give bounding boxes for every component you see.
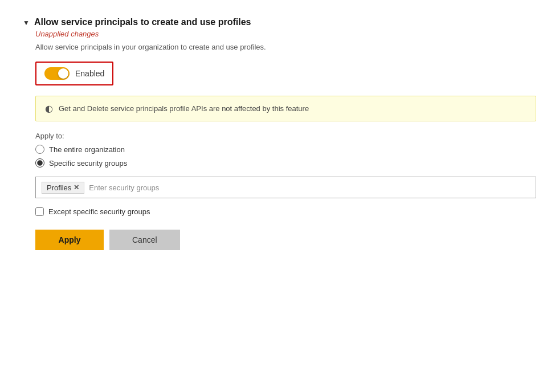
tag-remove-button[interactable]: ✕ [74,183,79,191]
tag-label: Profiles [47,183,71,192]
except-checkbox-label: Except specific security groups [48,207,150,216]
radio-group: The entire organization Specific securit… [35,145,536,168]
radio-entire-org-input[interactable] [35,145,44,154]
collapse-icon: ▼ [23,19,30,27]
section-description: Allow service principals in your organiz… [35,43,536,51]
toggle-thumb [58,68,68,79]
unapplied-changes-label: Unapplied changes [35,30,536,38]
apply-button[interactable]: Apply [35,230,104,250]
section-header: ▼ Allow service principals to create and… [23,17,536,27]
radio-entire-org[interactable]: The entire organization [35,145,536,154]
toggle-container[interactable]: Enabled [35,62,113,85]
button-row: Apply Cancel [35,230,536,250]
toggle-track [44,67,70,80]
apply-to-label: Apply to: [35,132,536,140]
except-checkbox-row[interactable]: Except specific security groups [35,207,536,216]
enabled-toggle[interactable] [44,67,70,80]
security-groups-placeholder: Enter security groups [89,183,530,192]
info-message: Get and Delete service principals profil… [59,104,309,113]
cancel-button[interactable]: Cancel [109,230,180,250]
except-checkbox-input[interactable] [35,207,44,216]
profiles-tag: Profiles ✕ [42,182,84,194]
info-box: ◐ Get and Delete service principals prof… [35,96,536,121]
radio-specific-groups[interactable]: Specific security groups [35,158,536,168]
section-container: ▼ Allow service principals to create and… [23,17,536,250]
radio-entire-org-label: The entire organization [49,145,125,154]
info-icon: ◐ [45,103,53,114]
security-groups-field[interactable]: Profiles ✕ Enter security groups [35,177,536,198]
radio-specific-groups-input[interactable] [35,158,44,168]
section-title: Allow service principals to create and u… [34,17,251,27]
radio-specific-groups-label: Specific security groups [49,159,127,168]
toggle-label: Enabled [75,69,104,78]
